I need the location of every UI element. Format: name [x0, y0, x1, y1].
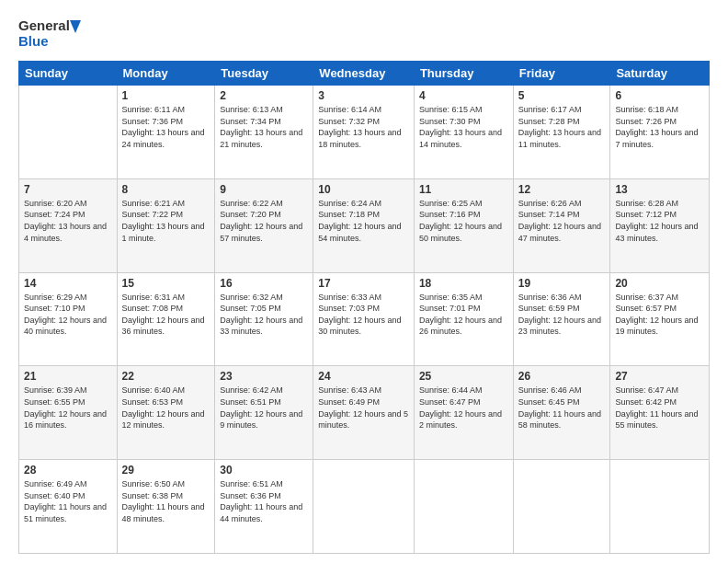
day-info: Sunrise: 6:26 AM Sunset: 7:14 PM Dayligh…	[518, 198, 606, 244]
day-info: Sunrise: 6:39 AM Sunset: 6:55 PM Dayligh…	[24, 385, 112, 431]
logo: GeneralBlue	[18, 15, 81, 52]
calendar-cell: 11Sunrise: 6:25 AM Sunset: 7:16 PM Dayli…	[414, 178, 513, 272]
day-number: 2	[220, 89, 308, 102]
calendar-cell: 6Sunrise: 6:18 AM Sunset: 7:26 PM Daylig…	[610, 86, 710, 179]
calendar-cell: 21Sunrise: 6:39 AM Sunset: 6:55 PM Dayli…	[19, 366, 118, 460]
day-number: 19	[518, 277, 606, 290]
day-number: 9	[220, 183, 308, 196]
day-info: Sunrise: 6:31 AM Sunset: 7:08 PM Dayligh…	[122, 292, 210, 338]
calendar-week-row: 1Sunrise: 6:11 AM Sunset: 7:36 PM Daylig…	[19, 86, 710, 179]
calendar-week-row: 21Sunrise: 6:39 AM Sunset: 6:55 PM Dayli…	[19, 366, 710, 460]
day-number: 7	[24, 183, 112, 196]
calendar-cell: 4Sunrise: 6:15 AM Sunset: 7:30 PM Daylig…	[414, 86, 513, 179]
day-info: Sunrise: 6:18 AM Sunset: 7:26 PM Dayligh…	[615, 104, 704, 150]
calendar-cell: 5Sunrise: 6:17 AM Sunset: 7:28 PM Daylig…	[513, 86, 610, 179]
day-number: 20	[615, 277, 704, 290]
calendar-week-row: 7Sunrise: 6:20 AM Sunset: 7:24 PM Daylig…	[19, 178, 710, 272]
day-info: Sunrise: 6:44 AM Sunset: 6:47 PM Dayligh…	[419, 385, 508, 431]
calendar-cell: 10Sunrise: 6:24 AM Sunset: 7:18 PM Dayli…	[313, 178, 415, 272]
day-number: 21	[24, 370, 112, 383]
day-number: 22	[122, 370, 210, 383]
calendar-cell: 8Sunrise: 6:21 AM Sunset: 7:22 PM Daylig…	[117, 178, 215, 272]
calendar-cell	[513, 460, 610, 554]
calendar-cell	[610, 460, 710, 554]
day-info: Sunrise: 6:32 AM Sunset: 7:05 PM Dayligh…	[220, 292, 308, 338]
day-info: Sunrise: 6:21 AM Sunset: 7:22 PM Dayligh…	[122, 198, 210, 244]
day-info: Sunrise: 6:11 AM Sunset: 7:36 PM Dayligh…	[122, 104, 210, 150]
calendar-cell: 29Sunrise: 6:50 AM Sunset: 6:38 PM Dayli…	[117, 460, 215, 554]
day-info: Sunrise: 6:14 AM Sunset: 7:32 PM Dayligh…	[318, 104, 409, 150]
day-number: 1	[122, 89, 210, 102]
calendar-cell: 22Sunrise: 6:40 AM Sunset: 6:53 PM Dayli…	[117, 366, 215, 460]
day-number: 27	[615, 370, 704, 383]
calendar-cell: 27Sunrise: 6:47 AM Sunset: 6:42 PM Dayli…	[610, 366, 710, 460]
calendar-cell: 28Sunrise: 6:49 AM Sunset: 6:40 PM Dayli…	[19, 460, 118, 554]
svg-text:General: General	[18, 17, 70, 33]
day-info: Sunrise: 6:35 AM Sunset: 7:01 PM Dayligh…	[419, 292, 508, 338]
calendar-cell: 25Sunrise: 6:44 AM Sunset: 6:47 PM Dayli…	[414, 366, 513, 460]
day-info: Sunrise: 6:24 AM Sunset: 7:18 PM Dayligh…	[318, 198, 409, 244]
day-number: 26	[518, 370, 606, 383]
day-info: Sunrise: 6:40 AM Sunset: 6:53 PM Dayligh…	[122, 385, 210, 431]
calendar-week-row: 28Sunrise: 6:49 AM Sunset: 6:40 PM Dayli…	[19, 460, 710, 554]
calendar-cell: 17Sunrise: 6:33 AM Sunset: 7:03 PM Dayli…	[313, 272, 415, 366]
calendar-cell: 16Sunrise: 6:32 AM Sunset: 7:05 PM Dayli…	[215, 272, 313, 366]
svg-text:Blue: Blue	[18, 33, 49, 49]
day-info: Sunrise: 6:36 AM Sunset: 6:59 PM Dayligh…	[518, 292, 606, 338]
calendar-cell: 13Sunrise: 6:28 AM Sunset: 7:12 PM Dayli…	[610, 178, 710, 272]
day-number: 5	[518, 89, 606, 102]
calendar-cell	[313, 460, 415, 554]
day-info: Sunrise: 6:13 AM Sunset: 7:34 PM Dayligh…	[220, 104, 308, 150]
day-info: Sunrise: 6:46 AM Sunset: 6:45 PM Dayligh…	[518, 385, 606, 431]
day-number: 24	[318, 370, 409, 383]
day-number: 29	[122, 464, 210, 477]
day-info: Sunrise: 6:47 AM Sunset: 6:42 PM Dayligh…	[615, 385, 704, 431]
day-header: Friday	[513, 62, 610, 86]
calendar-cell: 23Sunrise: 6:42 AM Sunset: 6:51 PM Dayli…	[215, 366, 313, 460]
calendar-cell: 12Sunrise: 6:26 AM Sunset: 7:14 PM Dayli…	[513, 178, 610, 272]
calendar-cell	[19, 86, 118, 179]
day-info: Sunrise: 6:29 AM Sunset: 7:10 PM Dayligh…	[24, 292, 112, 338]
day-number: 30	[220, 464, 308, 477]
calendar-cell: 15Sunrise: 6:31 AM Sunset: 7:08 PM Dayli…	[117, 272, 215, 366]
day-info: Sunrise: 6:17 AM Sunset: 7:28 PM Dayligh…	[518, 104, 606, 150]
calendar-cell: 20Sunrise: 6:37 AM Sunset: 6:57 PM Dayli…	[610, 272, 710, 366]
calendar-cell: 9Sunrise: 6:22 AM Sunset: 7:20 PM Daylig…	[215, 178, 313, 272]
day-number: 16	[220, 277, 308, 290]
calendar: SundayMondayTuesdayWednesdayThursdayFrid…	[18, 61, 710, 554]
day-info: Sunrise: 6:49 AM Sunset: 6:40 PM Dayligh…	[24, 478, 112, 524]
calendar-cell: 30Sunrise: 6:51 AM Sunset: 6:36 PM Dayli…	[215, 460, 313, 554]
calendar-cell: 14Sunrise: 6:29 AM Sunset: 7:10 PM Dayli…	[19, 272, 118, 366]
logo-svg: GeneralBlue	[18, 15, 81, 52]
day-header: Thursday	[414, 62, 513, 86]
day-info: Sunrise: 6:28 AM Sunset: 7:12 PM Dayligh…	[615, 198, 704, 244]
day-header: Monday	[117, 62, 215, 86]
header: GeneralBlue	[18, 15, 710, 52]
day-number: 23	[220, 370, 308, 383]
day-number: 3	[318, 89, 409, 102]
day-info: Sunrise: 6:20 AM Sunset: 7:24 PM Dayligh…	[24, 198, 112, 244]
day-number: 25	[419, 370, 508, 383]
calendar-cell: 1Sunrise: 6:11 AM Sunset: 7:36 PM Daylig…	[117, 86, 215, 179]
day-number: 28	[24, 464, 112, 477]
day-number: 14	[24, 277, 112, 290]
calendar-cell: 19Sunrise: 6:36 AM Sunset: 6:59 PM Dayli…	[513, 272, 610, 366]
day-number: 12	[518, 183, 606, 196]
day-header: Saturday	[610, 62, 710, 86]
day-number: 13	[615, 183, 704, 196]
day-number: 6	[615, 89, 704, 102]
day-info: Sunrise: 6:37 AM Sunset: 6:57 PM Dayligh…	[615, 292, 704, 338]
day-info: Sunrise: 6:22 AM Sunset: 7:20 PM Dayligh…	[220, 198, 308, 244]
day-number: 4	[419, 89, 508, 102]
day-info: Sunrise: 6:25 AM Sunset: 7:16 PM Dayligh…	[419, 198, 508, 244]
day-info: Sunrise: 6:33 AM Sunset: 7:03 PM Dayligh…	[318, 292, 409, 338]
calendar-cell: 26Sunrise: 6:46 AM Sunset: 6:45 PM Dayli…	[513, 366, 610, 460]
day-header: Tuesday	[215, 62, 313, 86]
day-number: 8	[122, 183, 210, 196]
calendar-cell: 7Sunrise: 6:20 AM Sunset: 7:24 PM Daylig…	[19, 178, 118, 272]
day-number: 10	[318, 183, 409, 196]
day-number: 15	[122, 277, 210, 290]
svg-marker-2	[70, 20, 81, 33]
day-number: 11	[419, 183, 508, 196]
day-info: Sunrise: 6:15 AM Sunset: 7:30 PM Dayligh…	[419, 104, 508, 150]
